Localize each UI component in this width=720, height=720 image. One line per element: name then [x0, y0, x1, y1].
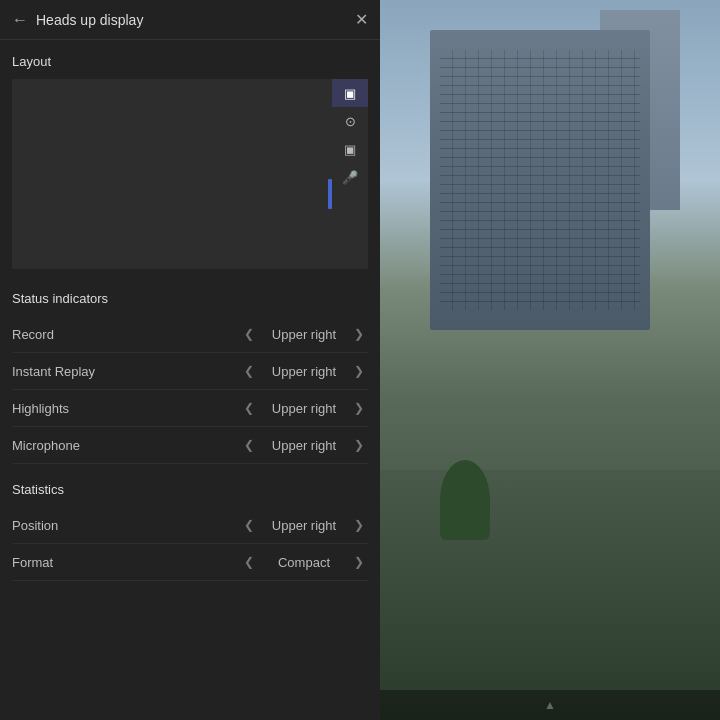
layout-preview: ▣ ⊙ ▣ 🎤: [12, 79, 368, 269]
panel-header: ← Heads up display ✕: [0, 0, 380, 40]
layout-icons-column: ▣ ⊙ ▣ 🎤: [332, 79, 368, 191]
status-indicators-section: Status indicators Record ❮ Upper right ❯…: [0, 277, 380, 468]
microphone-row: Microphone ❮ Upper right ❯: [12, 427, 368, 464]
format-row: Format ❮ Compact ❯: [12, 544, 368, 581]
highlights-row: Highlights ❮ Upper right ❯: [12, 390, 368, 427]
format-label: Format: [12, 555, 240, 570]
instant-replay-row: Instant Replay ❮ Upper right ❯: [12, 353, 368, 390]
back-button[interactable]: ←: [12, 11, 28, 29]
record-value: Upper right: [264, 327, 344, 342]
bottom-icon: ▲: [544, 698, 556, 712]
record-control: ❮ Upper right ❯: [240, 325, 368, 343]
highlights-value: Upper right: [264, 401, 344, 416]
position-next-button[interactable]: ❯: [350, 516, 368, 534]
instant-replay-label: Instant Replay: [12, 364, 240, 379]
format-prev-button[interactable]: ❮: [240, 553, 258, 571]
game-building: [430, 30, 650, 330]
position-value: Upper right: [264, 518, 344, 533]
microphone-label: Microphone: [12, 438, 240, 453]
settings-layout-icon[interactable]: ⊙: [332, 107, 368, 135]
layout-section: Layout ▣ ⊙ ▣ 🎤: [0, 40, 380, 277]
format-value: Compact: [264, 555, 344, 570]
close-button[interactable]: ✕: [355, 10, 368, 29]
position-prev-button[interactable]: ❮: [240, 516, 258, 534]
position-label: Position: [12, 518, 240, 533]
format-next-button[interactable]: ❯: [350, 553, 368, 571]
highlights-control: ❮ Upper right ❯: [240, 399, 368, 417]
replay-layout-icon[interactable]: ▣: [332, 135, 368, 163]
microphone-next-button[interactable]: ❯: [350, 436, 368, 454]
highlights-next-button[interactable]: ❯: [350, 399, 368, 417]
statistics-section: Statistics Position ❮ Upper right ❯ Form…: [0, 468, 380, 585]
status-indicators-label: Status indicators: [12, 291, 368, 306]
microphone-control: ❮ Upper right ❯: [240, 436, 368, 454]
instant-replay-value: Upper right: [264, 364, 344, 379]
microphone-value: Upper right: [264, 438, 344, 453]
mic-layout-icon[interactable]: 🎤: [332, 163, 368, 191]
microphone-prev-button[interactable]: ❮: [240, 436, 258, 454]
game-preview: ▲: [380, 0, 720, 720]
format-control: ❮ Compact ❯: [240, 553, 368, 571]
game-background: [380, 0, 720, 720]
panel-title: Heads up display: [36, 12, 347, 28]
statistics-label: Statistics: [12, 482, 368, 497]
highlights-prev-button[interactable]: ❮: [240, 399, 258, 417]
position-control: ❮ Upper right ❯: [240, 516, 368, 534]
game-ground: [380, 470, 720, 720]
game-tree: [440, 460, 490, 540]
instant-replay-control: ❮ Upper right ❯: [240, 362, 368, 380]
record-row: Record ❮ Upper right ❯: [12, 316, 368, 353]
record-next-button[interactable]: ❯: [350, 325, 368, 343]
layout-indicator-bar: [328, 179, 332, 209]
record-label: Record: [12, 327, 240, 342]
instant-replay-next-button[interactable]: ❯: [350, 362, 368, 380]
instant-replay-prev-button[interactable]: ❮: [240, 362, 258, 380]
record-layout-icon[interactable]: ▣: [332, 79, 368, 107]
settings-panel: ← Heads up display ✕ Layout ▣ ⊙ ▣ 🎤 Stat…: [0, 0, 380, 720]
position-row: Position ❮ Upper right ❯: [12, 507, 368, 544]
bottom-bar: ▲: [380, 690, 720, 720]
highlights-label: Highlights: [12, 401, 240, 416]
record-prev-button[interactable]: ❮: [240, 325, 258, 343]
layout-section-label: Layout: [12, 54, 368, 69]
